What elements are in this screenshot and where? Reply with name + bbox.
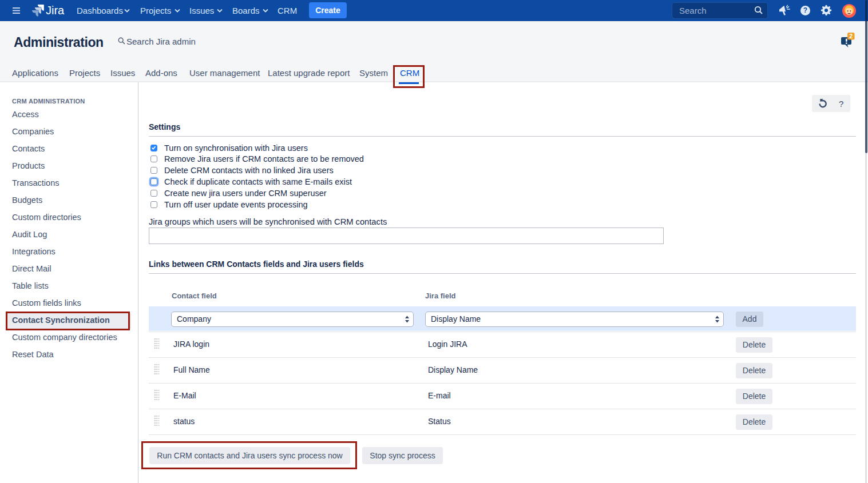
svg-text:2: 2 xyxy=(849,33,853,39)
